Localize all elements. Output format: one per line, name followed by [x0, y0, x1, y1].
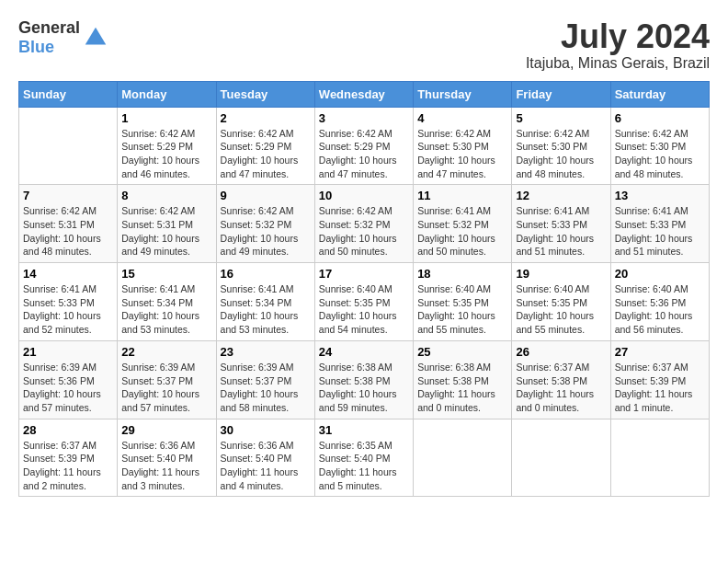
day-info: Sunrise: 6:37 AM Sunset: 5:39 PM Dayligh…: [23, 439, 113, 493]
day-cell: 2Sunrise: 6:42 AM Sunset: 5:29 PM Daylig…: [216, 107, 314, 185]
day-number: 5: [516, 111, 606, 125]
day-cell: 1Sunrise: 6:42 AM Sunset: 5:29 PM Daylig…: [118, 107, 216, 185]
day-info: Sunrise: 6:42 AM Sunset: 5:30 PM Dayligh…: [417, 127, 507, 181]
day-cell: 14Sunrise: 6:41 AM Sunset: 5:33 PM Dayli…: [19, 263, 118, 341]
day-number: 12: [516, 189, 606, 202]
logo: General Blue: [18, 18, 109, 57]
day-number: 3: [319, 111, 409, 125]
day-number: 21: [23, 345, 113, 359]
day-info: Sunrise: 6:37 AM Sunset: 5:38 PM Dayligh…: [516, 361, 606, 415]
header-thursday: Thursday: [414, 81, 512, 107]
day-cell: 6Sunrise: 6:42 AM Sunset: 5:30 PM Daylig…: [610, 107, 709, 185]
day-cell: 17Sunrise: 6:40 AM Sunset: 5:35 PM Dayli…: [314, 263, 413, 341]
day-info: Sunrise: 6:42 AM Sunset: 5:32 PM Dayligh…: [319, 204, 409, 259]
day-number: 8: [121, 189, 211, 202]
day-cell: 16Sunrise: 6:41 AM Sunset: 5:34 PM Dayli…: [216, 263, 314, 341]
day-number: 6: [615, 111, 705, 125]
day-number: 11: [417, 189, 507, 202]
day-number: 1: [121, 111, 211, 125]
week-row-0: 1Sunrise: 6:42 AM Sunset: 5:29 PM Daylig…: [19, 107, 710, 185]
day-info: Sunrise: 6:41 AM Sunset: 5:34 PM Dayligh…: [221, 282, 311, 337]
day-cell: 18Sunrise: 6:40 AM Sunset: 5:35 PM Dayli…: [414, 263, 512, 341]
day-number: 9: [221, 189, 311, 202]
day-number: 31: [319, 423, 409, 437]
day-cell: 21Sunrise: 6:39 AM Sunset: 5:36 PM Dayli…: [19, 340, 118, 419]
week-row-3: 21Sunrise: 6:39 AM Sunset: 5:36 PM Dayli…: [19, 340, 710, 419]
day-info: Sunrise: 6:38 AM Sunset: 5:38 PM Dayligh…: [417, 361, 507, 415]
day-cell: 29Sunrise: 6:36 AM Sunset: 5:40 PM Dayli…: [118, 419, 216, 497]
day-info: Sunrise: 6:36 AM Sunset: 5:40 PM Dayligh…: [121, 439, 211, 493]
logo-general: General: [18, 18, 80, 37]
day-info: Sunrise: 6:40 AM Sunset: 5:35 PM Dayligh…: [417, 282, 507, 337]
calendar-header-row: SundayMondayTuesdayWednesdayThursdayFrid…: [19, 81, 710, 107]
day-number: 4: [417, 111, 507, 125]
day-info: Sunrise: 6:39 AM Sunset: 5:37 PM Dayligh…: [221, 361, 311, 415]
day-number: 26: [516, 345, 606, 359]
header-friday: Friday: [512, 81, 610, 107]
day-info: Sunrise: 6:37 AM Sunset: 5:39 PM Dayligh…: [615, 361, 705, 415]
day-number: 22: [121, 345, 211, 359]
day-info: Sunrise: 6:36 AM Sunset: 5:40 PM Dayligh…: [221, 439, 311, 493]
subtitle: Itajuba, Minas Gerais, Brazil: [526, 55, 710, 72]
week-row-2: 14Sunrise: 6:41 AM Sunset: 5:33 PM Dayli…: [19, 263, 710, 341]
day-number: 30: [221, 423, 311, 437]
day-cell: 26Sunrise: 6:37 AM Sunset: 5:38 PM Dayli…: [512, 340, 610, 419]
day-cell: 22Sunrise: 6:39 AM Sunset: 5:37 PM Dayli…: [118, 340, 216, 419]
day-info: Sunrise: 6:42 AM Sunset: 5:29 PM Dayligh…: [221, 127, 311, 181]
day-info: Sunrise: 6:40 AM Sunset: 5:36 PM Dayligh…: [615, 282, 705, 337]
day-info: Sunrise: 6:41 AM Sunset: 5:33 PM Dayligh…: [23, 282, 113, 337]
day-info: Sunrise: 6:42 AM Sunset: 5:29 PM Dayligh…: [121, 127, 211, 181]
day-number: 18: [417, 267, 507, 281]
day-info: Sunrise: 6:40 AM Sunset: 5:35 PM Dayligh…: [516, 282, 606, 337]
day-info: Sunrise: 6:42 AM Sunset: 5:31 PM Dayligh…: [23, 204, 113, 259]
page-header: General Blue July 2024 Itajuba, Minas Ge…: [18, 18, 710, 72]
day-cell: [414, 419, 512, 497]
day-cell: 8Sunrise: 6:42 AM Sunset: 5:31 PM Daylig…: [118, 185, 216, 263]
day-info: Sunrise: 6:38 AM Sunset: 5:38 PM Dayligh…: [319, 361, 409, 415]
day-info: Sunrise: 6:41 AM Sunset: 5:34 PM Dayligh…: [121, 282, 211, 337]
day-cell: 5Sunrise: 6:42 AM Sunset: 5:30 PM Daylig…: [512, 107, 610, 185]
day-number: 2: [221, 111, 311, 125]
day-info: Sunrise: 6:42 AM Sunset: 5:30 PM Dayligh…: [516, 127, 606, 181]
day-number: 17: [319, 267, 409, 281]
day-info: Sunrise: 6:35 AM Sunset: 5:40 PM Dayligh…: [319, 439, 409, 493]
day-info: Sunrise: 6:39 AM Sunset: 5:37 PM Dayligh…: [121, 361, 211, 415]
header-wednesday: Wednesday: [314, 81, 413, 107]
day-info: Sunrise: 6:41 AM Sunset: 5:33 PM Dayligh…: [516, 204, 606, 259]
title-block: July 2024 Itajuba, Minas Gerais, Brazil: [526, 18, 710, 72]
day-info: Sunrise: 6:42 AM Sunset: 5:32 PM Dayligh…: [221, 204, 311, 259]
day-info: Sunrise: 6:40 AM Sunset: 5:35 PM Dayligh…: [319, 282, 409, 337]
day-cell: 28Sunrise: 6:37 AM Sunset: 5:39 PM Dayli…: [19, 419, 118, 497]
day-info: Sunrise: 6:42 AM Sunset: 5:31 PM Dayligh…: [121, 204, 211, 259]
calendar-table: SundayMondayTuesdayWednesdayThursdayFrid…: [18, 81, 710, 498]
day-cell: 10Sunrise: 6:42 AM Sunset: 5:32 PM Dayli…: [314, 185, 413, 263]
day-cell: 9Sunrise: 6:42 AM Sunset: 5:32 PM Daylig…: [216, 185, 314, 263]
day-cell: 7Sunrise: 6:42 AM Sunset: 5:31 PM Daylig…: [19, 185, 118, 263]
day-number: 20: [615, 267, 705, 281]
day-cell: 12Sunrise: 6:41 AM Sunset: 5:33 PM Dayli…: [512, 185, 610, 263]
logo-icon: [82, 24, 109, 52]
day-cell: 30Sunrise: 6:36 AM Sunset: 5:40 PM Dayli…: [216, 419, 314, 497]
day-number: 14: [23, 267, 113, 281]
day-cell: 31Sunrise: 6:35 AM Sunset: 5:40 PM Dayli…: [314, 419, 413, 497]
day-number: 13: [615, 189, 705, 202]
day-cell: 20Sunrise: 6:40 AM Sunset: 5:36 PM Dayli…: [610, 263, 709, 341]
day-cell: 19Sunrise: 6:40 AM Sunset: 5:35 PM Dayli…: [512, 263, 610, 341]
day-number: 28: [23, 423, 113, 437]
day-cell: 27Sunrise: 6:37 AM Sunset: 5:39 PM Dayli…: [610, 340, 709, 419]
day-number: 15: [121, 267, 211, 281]
logo-text: General Blue: [18, 18, 80, 57]
day-info: Sunrise: 6:42 AM Sunset: 5:30 PM Dayligh…: [615, 127, 705, 181]
main-title: July 2024: [526, 18, 710, 55]
day-number: 7: [23, 189, 113, 202]
day-cell: 3Sunrise: 6:42 AM Sunset: 5:29 PM Daylig…: [314, 107, 413, 185]
svg-marker-0: [85, 28, 107, 45]
header-monday: Monday: [118, 81, 216, 107]
day-number: 16: [221, 267, 311, 281]
day-info: Sunrise: 6:42 AM Sunset: 5:29 PM Dayligh…: [319, 127, 409, 181]
day-number: 19: [516, 267, 606, 281]
day-number: 10: [319, 189, 409, 202]
logo-blue: Blue: [18, 38, 54, 56]
day-cell: [610, 419, 709, 497]
header-sunday: Sunday: [19, 81, 118, 107]
